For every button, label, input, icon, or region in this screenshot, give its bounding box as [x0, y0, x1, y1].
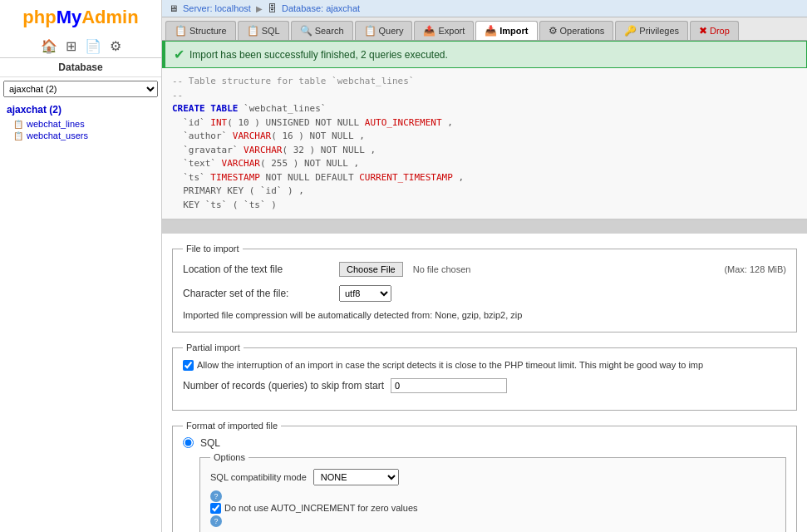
tab-export[interactable]: 📤 Export [414, 21, 474, 40]
table-icon[interactable]: ⊞ [66, 38, 76, 54]
sidebar-item-webchat-users[interactable]: 📋 webchat_users [7, 130, 155, 141]
sidebar-item-label: webchat_lines [27, 119, 85, 129]
sql-line-5: `author` VARCHAR( 16 ) NOT NULL , [172, 130, 797, 144]
logo-my: My [57, 7, 82, 27]
auto-increment-checkbox[interactable] [210, 503, 221, 514]
partial-import-fieldset: Partial import Allow the interruption of… [172, 342, 797, 411]
home-icon[interactable]: 🏠 [41, 38, 57, 54]
drop-tab-icon: ✖ [699, 25, 707, 37]
sql-line-1: -- Table structure for table `webchat_li… [172, 75, 797, 89]
table-small-icon: 📋 [13, 131, 23, 140]
skip-records-label: Number of records (queries) to skip from… [183, 380, 384, 392]
structure-tab-icon: 📋 [175, 25, 187, 37]
sql-line-10: KEY `ts` ( `ts` ) [172, 199, 797, 213]
sql-line-2: -- [172, 89, 797, 103]
allow-interruption-checkbox[interactable] [183, 360, 194, 371]
db-icon: 🗄 [268, 3, 277, 13]
tab-search[interactable]: 🔍 Search [291, 21, 353, 40]
tab-sql[interactable]: 📋 SQL [238, 21, 289, 40]
allow-interruption-label: Allow the interruption of an import in c… [197, 359, 703, 372]
options-legend: Options [210, 452, 248, 462]
sql-line-9: PRIMARY KEY ( `id` ) , [172, 185, 797, 199]
sql-line-8: `ts` TIMESTAMP NOT NULL DEFAULT CURRENT_… [172, 171, 797, 185]
tab-privileges-label: Privileges [639, 26, 679, 36]
format-section: Format of imported file SQL Options SQL … [172, 421, 797, 532]
charset-row: Character set of the file: utf8latin1utf… [183, 283, 786, 303]
database-label: Database [0, 58, 161, 77]
sql-format-radio[interactable] [183, 437, 194, 448]
tab-sql-label: SQL [262, 26, 280, 36]
auto-increment-label: Do not use AUTO_INCREMENT for zero value… [224, 502, 418, 515]
tab-import-label: Import [499, 26, 528, 36]
database-selector-wrap[interactable]: ajaxchat (2) [0, 77, 161, 101]
sql-options-box: Options SQL compatibility mode NONEANSID… [199, 452, 786, 532]
sidebar-item-label: webchat_users [27, 131, 88, 140]
tab-structure-label: Structure [189, 26, 227, 36]
server-link[interactable]: Server: localhost [183, 3, 251, 13]
allow-interruption-row: Allow the interruption of an import in c… [183, 359, 786, 372]
help-icon-2[interactable]: ? [210, 515, 222, 527]
tab-export-label: Export [438, 26, 465, 36]
tab-query[interactable]: 📋 Query [355, 21, 413, 40]
tab-search-label: Search [315, 26, 344, 36]
breadcrumb-arrow: ▶ [256, 4, 263, 13]
sql-tab-icon: 📋 [247, 25, 259, 37]
skip-records-row: Number of records (queries) to skip from… [183, 377, 786, 395]
charset-select[interactable]: utf8latin1utf16cp1250 [339, 285, 391, 302]
import-tab-icon: 📥 [485, 25, 497, 37]
settings-icon[interactable]: ⚙ [110, 38, 121, 54]
sql-line-6: `gravatar` VARCHAR( 32 ) NOT NULL , [172, 144, 797, 158]
auto-increment-row: Do not use AUTO_INCREMENT for zero value… [210, 502, 775, 515]
logo-admin: Admin [81, 7, 138, 27]
sql-output: -- Table structure for table `webchat_li… [162, 68, 807, 220]
sidebar-section-title: ajaxchat (2) [7, 104, 155, 116]
tab-import[interactable]: 📥 Import [475, 21, 537, 40]
navigation-tabs: 📋 Structure 📋 SQL 🔍 Search 📋 Query 📤 Exp… [162, 17, 807, 41]
compression-note: Imported file compression will be automa… [183, 308, 786, 322]
sql-format-label: SQL [200, 437, 220, 449]
tab-operations-label: Operations [560, 26, 605, 36]
no-file-label: No file chosen [413, 264, 471, 274]
tab-operations[interactable]: ⚙ Operations [539, 21, 614, 40]
format-legend: Format of imported file [183, 421, 281, 431]
help-icon-1[interactable]: ? [210, 490, 222, 502]
server-icon: 🖥 [169, 3, 178, 13]
doc-icon[interactable]: 📄 [85, 38, 101, 54]
compat-mode-label: SQL compatibility mode [210, 472, 307, 482]
privileges-tab-icon: 🔑 [624, 25, 637, 37]
topbar: 🖥 Server: localhost ▶ 🗄 Database: ajaxch… [162, 0, 807, 17]
tab-privileges[interactable]: 🔑 Privileges [615, 21, 688, 40]
logo: phpMyAdmin [0, 0, 161, 35]
database-select[interactable]: ajaxchat (2) [3, 81, 158, 97]
db-link[interactable]: Database: ajaxchat [282, 3, 360, 13]
success-message-bar: ✔ Import has been successfully finished,… [162, 41, 807, 68]
max-size-label: (Max: 128 MiB) [724, 264, 786, 274]
tab-query-label: Query [379, 26, 404, 36]
main-content: ✔ Import has been successfully finished,… [162, 41, 807, 532]
success-message-text: Import has been successfully finished, 2… [189, 49, 448, 61]
tab-structure[interactable]: 📋 Structure [165, 21, 236, 40]
file-location-row: Location of the text file Choose File No… [183, 260, 786, 278]
file-to-import-fieldset: File to import Location of the text file… [172, 244, 797, 332]
query-tab-icon: 📋 [364, 25, 376, 37]
check-icon: ✔ [174, 47, 185, 62]
sql-line-3: CREATE TABLE `webchat_lines` [172, 102, 797, 116]
compat-mode-select[interactable]: NONEANSIDB2MAXDBMYSQL323MYSQL40MSSQLORAC… [313, 469, 399, 485]
sql-line-7: `text` VARCHAR( 255 ) NOT NULL , [172, 157, 797, 171]
format-fieldset: Format of imported file SQL Options SQL … [172, 421, 797, 532]
help-icon-row1: ? [210, 490, 775, 502]
separator [162, 220, 807, 234]
choose-file-button[interactable]: Choose File [339, 262, 403, 277]
logo-php: php [22, 7, 56, 27]
sql-format-option: SQL [183, 437, 786, 449]
file-to-import-section: File to import Location of the text file… [172, 244, 797, 411]
search-tab-icon: 🔍 [300, 25, 312, 37]
sidebar-toolbar: 🏠 ⊞ 📄 ⚙ [0, 35, 161, 58]
sidebar-item-webchat-lines[interactable]: 📋 webchat_lines [7, 118, 155, 130]
tab-drop[interactable]: ✖ Drop [690, 21, 739, 40]
skip-records-input[interactable] [391, 378, 507, 393]
file-location-label: Location of the text file [183, 264, 332, 275]
file-to-import-legend: File to import [183, 244, 243, 254]
export-tab-icon: 📤 [423, 25, 435, 37]
operations-tab-icon: ⚙ [549, 25, 558, 37]
